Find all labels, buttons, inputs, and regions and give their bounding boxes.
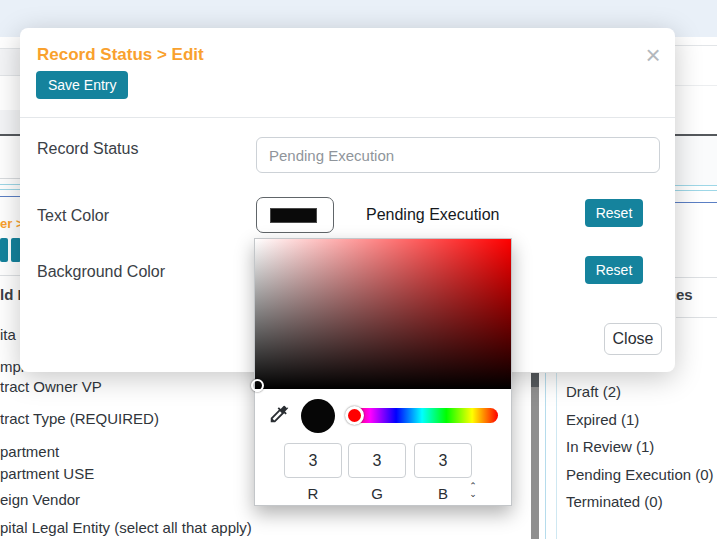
chevron-down-icon: ⌄ [469, 489, 477, 499]
text-color-label: Text Color [37, 207, 109, 225]
text-color-swatch [270, 208, 317, 223]
list-item[interactable]: partment [0, 443, 59, 460]
red-label: R [284, 485, 342, 502]
divider [0, 75, 20, 76]
divider [675, 85, 717, 86]
divider [0, 134, 20, 136]
eyedropper-icon[interactable] [268, 403, 290, 425]
background-row-band [675, 135, 717, 185]
save-entry-button[interactable]: Save Entry [36, 71, 128, 99]
saturation-value-gradient[interactable] [255, 239, 511, 389]
background-row-fragment: ita [0, 326, 16, 343]
text-color-preview: Pending Execution [366, 206, 499, 224]
list-item[interactable]: eign Vendor [0, 491, 80, 508]
record-status-input[interactable] [256, 137, 660, 173]
divider [675, 45, 717, 46]
divider [0, 275, 20, 276]
current-color-circle [301, 399, 335, 433]
background-button-fragment[interactable] [0, 238, 8, 262]
divider [0, 196, 20, 197]
divider [0, 48, 20, 49]
background-row-band [0, 48, 20, 75]
background-row-band [0, 110, 20, 134]
record-status-label: Record Status [37, 140, 138, 158]
divider [20, 117, 675, 118]
page: er > ld L ita mpl es tract Owner VP trac… [0, 0, 717, 539]
background-color-label: Background Color [37, 263, 165, 281]
close-button[interactable]: Close [604, 323, 662, 355]
text-color-swatch-button[interactable] [256, 197, 334, 233]
divider [675, 185, 717, 186]
list-item[interactable]: partment USE [0, 465, 94, 482]
hue-slider-knob[interactable] [345, 406, 364, 425]
divider [675, 190, 717, 191]
format-toggle-icon[interactable]: ⌃ ⌄ [465, 482, 481, 498]
list-item[interactable]: Expired (1) [566, 411, 639, 428]
color-selector-cursor[interactable] [251, 379, 264, 392]
divider [676, 317, 717, 318]
divider [0, 184, 20, 185]
blue-label: B [414, 485, 472, 502]
divider [0, 189, 20, 190]
list-item[interactable]: Draft (2) [566, 383, 621, 400]
list-item[interactable]: tract Type (REQUIRED) [0, 410, 159, 427]
list-item[interactable]: In Review (1) [566, 438, 654, 455]
green-label: G [348, 485, 406, 502]
divider [0, 178, 20, 179]
color-picker-popup: R G B ⌃ ⌄ [254, 238, 512, 506]
background-color-reset-button[interactable]: Reset [585, 256, 643, 284]
scrollbar[interactable] [531, 373, 539, 539]
close-icon[interactable]: × [636, 38, 670, 72]
list-item[interactable]: Terminated (0) [566, 493, 663, 510]
list-item[interactable]: tract Owner VP [0, 378, 102, 395]
modal-title: Record Status > Edit [37, 45, 204, 65]
divider [675, 202, 717, 203]
list-item[interactable]: pital Legal Entity (select all that appl… [0, 519, 252, 536]
background-column-header: es [676, 286, 693, 303]
green-value-input[interactable] [348, 443, 406, 478]
blue-value-input[interactable] [414, 443, 472, 478]
divider [545, 373, 546, 539]
hue-slider[interactable] [346, 408, 498, 423]
red-value-input[interactable] [284, 443, 342, 478]
list-item[interactable]: Pending Execution (0) [566, 466, 714, 483]
divider [675, 134, 717, 136]
text-color-reset-button[interactable]: Reset [585, 199, 643, 227]
divider [556, 373, 557, 539]
divider [675, 277, 717, 278]
scrollbar-thumb[interactable] [531, 373, 539, 387]
